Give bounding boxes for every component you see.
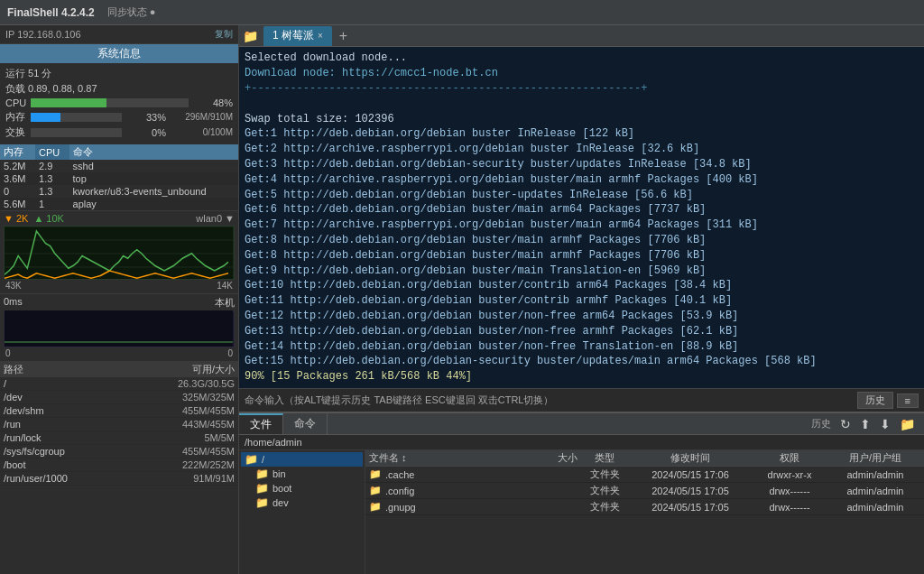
tree-root[interactable]: 📁 / [241,452,363,467]
cpu-percent: 48% [192,97,233,108]
title-bar: FinalShell 4.2.4.2 同步状态 ● [0,0,924,25]
tab-close-button[interactable]: × [318,31,323,41]
disk-row[interactable]: /dev/shm455M/455M [0,404,238,418]
disk-space: 443M/455M [119,419,235,430]
app-title: FinalShell 4.2.4.2 [7,6,95,19]
tree-root-label: / [262,454,264,465]
disk-space: 222M/252M [119,459,235,470]
tree-item-bin[interactable]: 📁 bin [241,467,363,481]
process-row: 01.3kworker/u8:3-events_unbound [0,185,238,198]
file-folder-icon: 📁 [369,501,382,513]
bottom-tab-bar: 文件 命令 历史 ↻ ⬆ ⬇ 📁 [239,413,924,435]
col-perm[interactable]: 权限 [749,451,830,465]
file-row[interactable]: 📁 .gnupg 文件夹 2024/05/15 17:05 drwx------… [365,499,924,515]
disk-row[interactable]: /run443M/455M [0,418,238,431]
proc-cmd: aplay [69,198,238,210]
new-folder-button[interactable]: 📁 [896,417,919,431]
upload-button[interactable]: ⬆ [856,417,874,431]
cpu-bar-fill [31,98,106,107]
load-label: 负载 0.89, 0.88, 0.87 [5,82,97,96]
extra-button[interactable]: ≡ [897,393,919,408]
disk-header: 路径 可用/大小 [0,362,238,377]
tab-commands[interactable]: 命令 [283,413,328,434]
terminal-line: Get:10 http://deb.debian.org/debian bust… [245,278,919,293]
proc-col-mem[interactable]: 内存 [0,144,35,160]
col-size[interactable]: 大小 [514,451,578,465]
col-user[interactable]: 用户/用户组 [830,451,920,465]
uptime-label: 运行 51 分 [5,67,51,80]
file-row[interactable]: 📁 .config 文件夹 2024/05/15 17:05 drwx-----… [365,483,924,499]
uptime-row: 运行 51 分 [5,67,233,80]
file-name: 📁 .cache [369,468,514,480]
disk-row[interactable]: /dev325M/325M [0,391,238,404]
history-label: 历史 [811,417,831,430]
cpu-bar-bg [31,98,189,107]
file-tree[interactable]: 📁 / 📁 bin 📁 boot 📁 dev [239,450,365,574]
disk-space: 26.3G/30.5G [119,378,235,389]
tree-dev-icon: 📁 [255,496,269,509]
sync-status: 同步状态 ● [107,5,156,19]
disk-row[interactable]: /run/user/100091M/91M [0,472,238,486]
swap-detail: 0/100M [170,127,233,137]
disk-path: /dev/shm [4,405,119,416]
cmd-hint: 命令输入（按ALT键提示历史 TAB键路径 ESC键退回 双击CTRL切换） [245,393,854,407]
terminal-area[interactable]: | Bt-WebPanel FOR CentOS/Ubuntu/Debian+-… [239,47,924,388]
terminal-line: Get:8 http://deb.debian.org/debian buste… [245,233,919,248]
file-type: 文件夹 [578,468,632,481]
disk-path: /run/lock [4,432,119,443]
terminal-line: Get:5 http://deb.debian.org/debian buste… [245,188,919,203]
file-rows: 📁 .cache 文件夹 2024/05/15 17:06 drwxr-xr-x… [365,467,924,574]
tree-root-icon: 📁 [245,453,258,466]
disk-rows: /26.3G/30.5G/dev325M/325M/dev/shm455M/45… [0,377,238,486]
tab-add-button[interactable]: + [334,28,353,44]
terminal-line: Get:14 http://deb.debian.org/debian bust… [245,339,919,355]
disk-col-space: 可用/大小 [119,363,235,376]
download-button[interactable]: ⬇ [876,417,894,431]
disk-path: / [4,378,119,389]
file-name: 📁 .gnupg [369,501,514,513]
proc-cmd: kworker/u8:3-events_unbound [69,185,238,198]
file-perm: drwxr-xr-x [749,469,830,480]
tab-bar: 📁 1 树莓派 × + [239,25,924,47]
proc-mem: 0 [0,185,35,198]
command-bar: 命令输入（按ALT键提示历史 TAB键路径 ESC键退回 双击CTRL切换） 历… [239,388,924,412]
terminal-line: 90% [15 Packages 261 kB/568 kB 44%] [245,369,919,384]
refresh-button[interactable]: ↻ [836,417,855,431]
latency-header: 0ms 本机 [4,296,235,310]
load-row: 负载 0.89, 0.88, 0.87 [5,82,233,96]
disk-space: 325M/325M [119,392,235,403]
terminal-line: Get:9 http://deb.debian.org/debian buste… [245,264,919,279]
col-type[interactable]: 类型 [578,451,632,465]
ip-label: IP 192.168.0.106 [5,29,81,40]
disk-row[interactable]: /run/lock5M/5M [0,431,238,445]
disk-row[interactable]: /26.3G/30.5G [0,377,238,391]
file-type: 文件夹 [578,484,632,497]
tree-item-boot[interactable]: 📁 boot [241,481,363,495]
history-button[interactable]: 历史 [857,392,893,409]
proc-col-cpu[interactable]: CPU [35,144,69,160]
terminal-line: Get:11 http://deb.debian.org/debian bust… [245,293,919,309]
terminal-tab[interactable]: 1 树莓派 × [263,26,332,46]
file-folder-icon: 📁 [369,485,382,496]
copy-button[interactable]: 复制 [215,28,233,41]
net-interface[interactable]: wlan0 ▼ [196,213,235,224]
proc-cpu: 2.9 [35,160,69,172]
col-date[interactable]: 修改时间 [632,451,749,465]
proc-cmd: sshd [69,160,238,172]
terminal-line: Swap total size: 102396 [245,112,919,127]
process-row: 5.6M1aplay [0,198,238,210]
bottom-toolbar: 历史 ↻ ⬆ ⬇ 📁 [806,413,924,435]
bottom-panel: 文件 命令 历史 ↻ ⬆ ⬇ 📁 /home/admin [239,412,924,574]
disk-row[interactable]: /boot222M/252M [0,458,238,472]
file-row[interactable]: 📁 .cache 文件夹 2024/05/15 17:06 drwxr-xr-x… [365,467,924,483]
terminal-line: Get:15 http://deb.debian.org/debian-secu… [245,354,919,369]
latency-canvas [5,310,233,347]
file-user: admin/admin [830,469,920,480]
terminal-line: Get:12 http://deb.debian.org/debian bust… [245,309,919,324]
proc-col-cmd[interactable]: 命令 [69,144,238,160]
swap-row: 交换 0% 0/100M [5,125,233,139]
tab-files[interactable]: 文件 [239,413,283,434]
tree-item-dev[interactable]: 📁 dev [241,495,363,510]
col-name[interactable]: 文件名 ↕ [369,451,514,465]
disk-row[interactable]: /sys/fs/cgroup455M/455M [0,445,238,458]
